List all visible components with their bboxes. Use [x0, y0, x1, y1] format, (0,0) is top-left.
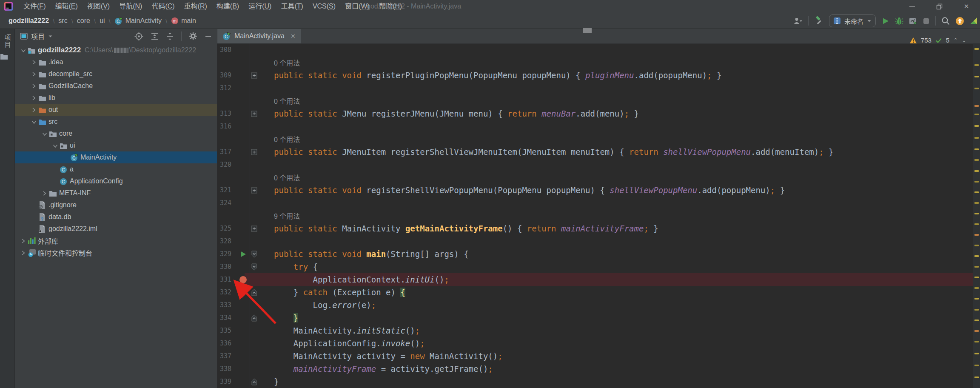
- code-line-338[interactable]: 338 mainActivityFrame = activity.getJFra…: [217, 362, 973, 375]
- code-line-332[interactable]: 332 } catch (Exception e) {: [217, 286, 973, 299]
- close-button[interactable]: ✕: [953, 0, 980, 13]
- error-stripe-mark[interactable]: [974, 191, 979, 193]
- error-stripe-mark[interactable]: [974, 309, 979, 311]
- chevron-closed-icon[interactable]: [29, 71, 38, 77]
- code-line-321[interactable]: 321public static void registerShellViewP…: [217, 184, 973, 197]
- tree-item-src[interactable]: src: [15, 116, 217, 128]
- menu-B[interactable]: 构建(B): [212, 0, 244, 13]
- code-line-313[interactable]: 313public static JMenu registerJMenu(JMe…: [217, 107, 973, 120]
- fold-marker-icon[interactable]: [249, 222, 259, 235]
- error-stripe-scrollbar[interactable]: [973, 43, 980, 388]
- code-line-334[interactable]: 334 }: [217, 311, 973, 324]
- debug-button[interactable]: [895, 17, 903, 25]
- tree-item-.gitignore[interactable]: .gitignore: [15, 199, 217, 211]
- code-line-316[interactable]: 316: [217, 120, 973, 133]
- fold-marker-icon[interactable]: [249, 146, 259, 158]
- expand-all-button[interactable]: [151, 32, 159, 40]
- chevron-closed-icon[interactable]: [18, 238, 28, 244]
- run-config-select[interactable]: 未命名: [829, 14, 876, 27]
- chevron-open-icon[interactable]: [18, 48, 28, 53]
- breadcrumb-item-MainActivity[interactable]: CMainActivity: [114, 17, 162, 25]
- chevron-closed-icon[interactable]: [29, 83, 38, 89]
- error-stripe-mark[interactable]: [974, 330, 979, 332]
- chevron-closed-icon[interactable]: [29, 95, 38, 101]
- error-stripe-mark[interactable]: [974, 48, 979, 50]
- chevron-open-icon[interactable]: [50, 143, 60, 148]
- menu-E[interactable]: 编辑(E): [50, 0, 82, 13]
- restore-button[interactable]: [926, 0, 953, 13]
- tree-item-GodzillaCache[interactable]: GodzillaCache: [15, 80, 217, 92]
- code-line-317[interactable]: 317public static JMenuItem registerShell…: [217, 146, 973, 158]
- error-stripe-mark[interactable]: [974, 298, 979, 300]
- tree-item-out[interactable]: out: [15, 104, 217, 116]
- menu-U[interactable]: 运行(U): [244, 0, 276, 13]
- error-stripe-mark[interactable]: [974, 320, 979, 321]
- error-stripe-mark[interactable]: [974, 377, 979, 378]
- menu-S[interactable]: VCS(S): [308, 0, 340, 13]
- inlay-row[interactable]: 0 个用法: [217, 133, 973, 146]
- error-stripe-mark[interactable]: [974, 105, 979, 107]
- error-stripe-mark[interactable]: [974, 213, 979, 214]
- folder-stripe-icon[interactable]: [0, 53, 14, 60]
- stop-button[interactable]: [923, 17, 930, 25]
- code-line-335[interactable]: 335 MainActivity.initStatic();: [217, 324, 973, 337]
- close-tab-icon[interactable]: ✕: [291, 33, 296, 40]
- tree-item-ApplicationConfig[interactable]: CApplicationConfig: [15, 175, 217, 187]
- error-stripe-mark[interactable]: [974, 223, 979, 225]
- chevron-closed-icon[interactable]: [40, 191, 49, 196]
- error-stripe-mark[interactable]: [974, 266, 979, 268]
- tree-item-外部库[interactable]: 外部库: [15, 235, 217, 247]
- fold-marker-icon[interactable]: [249, 375, 259, 388]
- chevron-down-icon[interactable]: [48, 34, 53, 38]
- code-line-339[interactable]: 339}: [217, 375, 973, 388]
- tree-item-MainActivity[interactable]: CMainActivity: [15, 151, 217, 163]
- project-stripe-button[interactable]: 项目: [3, 34, 12, 48]
- notifications-button[interactable]: [970, 17, 977, 25]
- menu-N[interactable]: 导航(N): [114, 0, 147, 13]
- error-stripe-mark[interactable]: [974, 125, 979, 127]
- error-stripe-mark[interactable]: [974, 159, 979, 161]
- code-line-320[interactable]: 320: [217, 158, 973, 171]
- code-line-328[interactable]: 328: [217, 235, 973, 248]
- error-stripe-mark[interactable]: [974, 202, 979, 204]
- tree-item-godzilla2222.iml[interactable]: godzilla2222.iml: [15, 223, 217, 235]
- inlay-row[interactable]: 0 个用法: [217, 56, 973, 69]
- inlay-row[interactable]: 0 个用法: [217, 94, 973, 107]
- breadcrumb-item-ui[interactable]: ui: [100, 17, 105, 25]
- menu-T[interactable]: 工具(T): [276, 0, 308, 13]
- project-panel-title[interactable]: 项目: [31, 31, 45, 41]
- menu-V[interactable]: 视图(V): [83, 0, 114, 13]
- error-stripe-mark[interactable]: [974, 170, 979, 172]
- breadcrumb-item-godzilla2222[interactable]: godzilla2222: [9, 17, 49, 25]
- prev-problem-icon[interactable]: ⌃: [953, 37, 958, 43]
- run-button[interactable]: [881, 17, 889, 25]
- chevron-closed-icon[interactable]: [18, 250, 28, 256]
- fold-marker-icon[interactable]: [249, 184, 259, 197]
- error-stripe-mark[interactable]: [974, 137, 979, 139]
- update-button[interactable]: [955, 17, 964, 26]
- fold-marker-icon[interactable]: [249, 311, 259, 324]
- code-line-308[interactable]: 308: [217, 43, 973, 56]
- fold-marker-icon[interactable]: [249, 286, 259, 299]
- chevron-open-icon[interactable]: [29, 119, 38, 125]
- fold-marker-icon[interactable]: [249, 248, 259, 260]
- inlay-row[interactable]: 9 个用法: [217, 209, 973, 222]
- error-stripe-mark[interactable]: [974, 287, 979, 289]
- error-stripe-mark[interactable]: [974, 255, 979, 257]
- code-line-330[interactable]: 330 try {: [217, 260, 973, 273]
- settings-button[interactable]: [189, 32, 197, 40]
- tree-item-临时文件和控制台[interactable]: 临时文件和控制台: [15, 247, 217, 259]
- breakpoint-icon[interactable]: [237, 273, 249, 286]
- tree-item-META-INF[interactable]: META-INF: [15, 187, 217, 199]
- menu-R[interactable]: 重构(R): [179, 0, 212, 13]
- error-stripe-mark[interactable]: [974, 234, 979, 236]
- inspections-widget[interactable]: 753 5 ⌃ ⌄: [909, 37, 966, 44]
- code-line-309[interactable]: 309public static void registerPluginPopM…: [217, 69, 973, 82]
- fold-marker-icon[interactable]: [249, 69, 259, 82]
- breadcrumb-item-main[interactable]: mmain: [171, 17, 196, 25]
- tree-item-lib[interactable]: lib: [15, 92, 217, 104]
- minimize-button[interactable]: [898, 0, 926, 13]
- collapse-all-button[interactable]: [166, 32, 174, 40]
- code-line-336[interactable]: 336 ApplicationConfig.invoke();: [217, 337, 973, 350]
- next-problem-icon[interactable]: ⌄: [962, 37, 966, 43]
